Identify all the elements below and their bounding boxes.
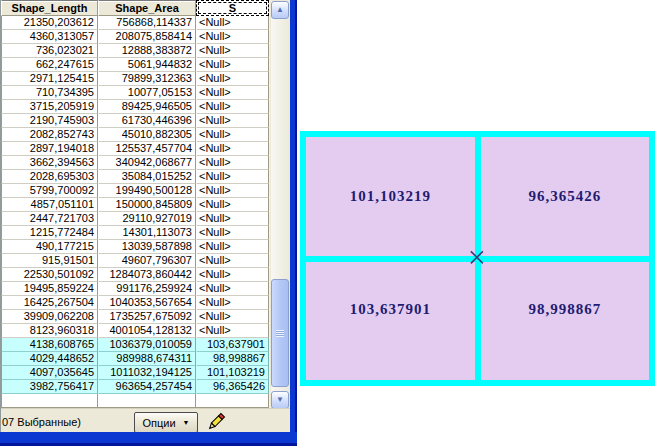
table-row[interactable]: 4138,6087651036379,010059103,637901 [1, 338, 269, 352]
table-row[interactable]: 2897,194018125537,457704<Null> [1, 142, 269, 156]
vertical-scrollbar[interactable]: ▲ ▼ [271, 1, 289, 409]
parcel-feature-top-right[interactable]: 96,365426 [481, 137, 650, 256]
table-cell[interactable]: 4857,051101 [1, 198, 98, 212]
table-cell[interactable]: 4001054,128132 [98, 324, 196, 338]
table-cell[interactable]: <Null> [196, 86, 269, 100]
table-cell[interactable]: 1284073,860442 [98, 268, 196, 282]
table-row[interactable]: 2082,85274345010,882305<Null> [1, 128, 269, 142]
table-cell[interactable]: 3715,205919 [1, 100, 98, 114]
table-row[interactable]: 8123,9603184001054,128132<Null> [1, 324, 269, 338]
table-cell[interactable]: 39909,062208 [1, 310, 98, 324]
scrollbar-thumb[interactable] [271, 279, 289, 387]
table-row[interactable]: 39909,0622081735257,675092<Null> [1, 310, 269, 324]
table-cell[interactable]: <Null> [196, 254, 269, 268]
table-cell[interactable]: 1735257,675092 [98, 310, 196, 324]
table-cell[interactable]: <Null> [196, 198, 269, 212]
table-row[interactable]: 662,2476155061,944832<Null> [1, 58, 269, 72]
table-cell[interactable]: 103,637901 [196, 338, 269, 352]
table-cell[interactable]: 2190,745903 [1, 114, 98, 128]
table-row[interactable]: 3982,756417963654,25745496,365426 [1, 380, 269, 394]
table-cell[interactable]: 4029,448652 [1, 352, 98, 366]
table-cell[interactable]: 101,103219 [196, 366, 269, 380]
table-cell[interactable]: 8123,960318 [1, 324, 98, 338]
table-cell[interactable]: 35084,015252 [98, 170, 196, 184]
table-cell[interactable]: 989988,674311 [98, 352, 196, 366]
table-cell[interactable]: 3662,394563 [1, 156, 98, 170]
table-cell[interactable]: <Null> [196, 282, 269, 296]
table-row[interactable]: 19495,859224991176,259924<Null> [1, 282, 269, 296]
table-row[interactable]: 915,9150149607,796307<Null> [1, 254, 269, 268]
table-row[interactable]: 710,73439510077,05153<Null> [1, 86, 269, 100]
table-cell[interactable]: 340942,068677 [98, 156, 196, 170]
table-row[interactable]: 16425,2675041040353,567654<Null> [1, 296, 269, 310]
options-button[interactable]: Опции ▼ [134, 412, 198, 433]
table-cell[interactable]: 10077,05153 [98, 86, 196, 100]
parcel-feature-bottom-left[interactable]: 103,637901 [306, 262, 475, 381]
table-cell[interactable]: 5799,700092 [1, 184, 98, 198]
table-cell[interactable]: 4138,608765 [1, 338, 98, 352]
table-cell[interactable]: 89425,946505 [98, 100, 196, 114]
table-cell[interactable]: <Null> [196, 226, 269, 240]
table-cell[interactable]: 3982,756417 [1, 380, 98, 394]
table-cell[interactable]: <Null> [196, 240, 269, 254]
table-cell[interactable]: <Null> [196, 44, 269, 58]
empty-cell[interactable] [196, 394, 269, 408]
table-row[interactable]: 2447,72170329110,927019<Null> [1, 212, 269, 226]
table-cell[interactable]: <Null> [196, 296, 269, 310]
table-cell[interactable]: 29110,927019 [98, 212, 196, 226]
table-cell[interactable]: <Null> [196, 268, 269, 282]
table-cell[interactable]: 125537,457704 [98, 142, 196, 156]
table-cell[interactable]: 21350,203612 [1, 16, 98, 30]
table-cell[interactable]: <Null> [196, 30, 269, 44]
table-cell[interactable]: <Null> [196, 58, 269, 72]
table-cell[interactable]: 79899,312363 [98, 72, 196, 86]
table-cell[interactable]: <Null> [196, 16, 269, 30]
parcel-feature-top-left[interactable]: 101,103219 [306, 137, 475, 256]
table-row[interactable]: 2028,69530335084,015252<Null> [1, 170, 269, 184]
table-cell[interactable]: <Null> [196, 156, 269, 170]
scroll-down-button[interactable]: ▼ [271, 391, 289, 409]
table-cell[interactable]: 4360,313057 [1, 30, 98, 44]
table-cell[interactable]: 736,023021 [1, 44, 98, 58]
table-row[interactable]: 21350,203612756868,114337<Null> [1, 16, 269, 30]
empty-cell[interactable] [1, 394, 98, 408]
table-row[interactable]: 736,02302112888,383872<Null> [1, 44, 269, 58]
table-cell[interactable]: 490,177215 [1, 240, 98, 254]
table-cell[interactable]: 208075,858414 [98, 30, 196, 44]
table-cell[interactable]: 98,998867 [196, 352, 269, 366]
table-cell[interactable]: 2028,695303 [1, 170, 98, 184]
table-cell[interactable]: 991176,259924 [98, 282, 196, 296]
table-cell[interactable]: <Null> [196, 72, 269, 86]
table-cell[interactable]: 1011032,194125 [98, 366, 196, 380]
table-cell[interactable]: 915,91501 [1, 254, 98, 268]
table-cell[interactable]: 14301,113073 [98, 226, 196, 240]
table-cell[interactable]: 2897,194018 [1, 142, 98, 156]
table-row[interactable]: 2971,12541579899,312363<Null> [1, 72, 269, 86]
scroll-up-button[interactable]: ▲ [271, 1, 289, 19]
empty-cell[interactable] [98, 394, 196, 408]
table-cell[interactable]: 662,247615 [1, 58, 98, 72]
column-header-s-selected[interactable]: S [196, 0, 269, 16]
table-row[interactable]: 3662,394563340942,068677<Null> [1, 156, 269, 170]
table-row[interactable]: 22530,5010921284073,860442<Null> [1, 268, 269, 282]
table-cell[interactable]: 19495,859224 [1, 282, 98, 296]
table-cell[interactable]: 150000,845809 [98, 198, 196, 212]
table-cell[interactable]: 96,365426 [196, 380, 269, 394]
parcel-feature-bottom-right[interactable]: 98,998867 [481, 262, 650, 381]
table-cell[interactable]: 2971,125415 [1, 72, 98, 86]
edit-pencil-icon[interactable] [205, 411, 227, 433]
table-cell[interactable]: 5061,944832 [98, 58, 196, 72]
table-cell[interactable]: <Null> [196, 184, 269, 198]
table-cell[interactable]: 49607,796307 [98, 254, 196, 268]
table-cell[interactable]: 12888,383872 [98, 44, 196, 58]
table-cell[interactable]: 963654,257454 [98, 380, 196, 394]
table-cell[interactable]: 22530,501092 [1, 268, 98, 282]
table-cell[interactable]: 61730,446396 [98, 114, 196, 128]
table-cell[interactable]: <Null> [196, 212, 269, 226]
table-row[interactable]: 4097,0356451011032,194125101,103219 [1, 366, 269, 380]
table-cell[interactable]: <Null> [196, 142, 269, 156]
table-cell[interactable]: 2082,852743 [1, 128, 98, 142]
column-header-shape-area[interactable]: Shape_Area [98, 0, 196, 16]
table-cell[interactable]: <Null> [196, 100, 269, 114]
table-cell[interactable]: 45010,882305 [98, 128, 196, 142]
